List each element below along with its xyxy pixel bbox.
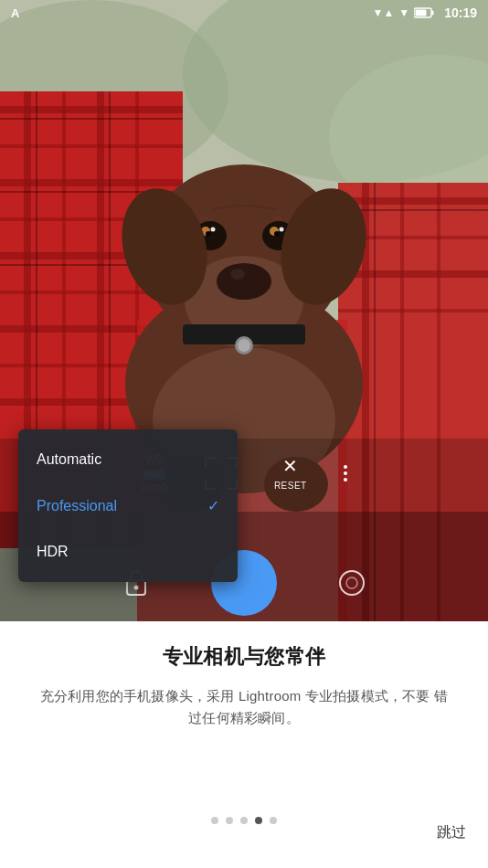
- reset-button[interactable]: ✕ RESET: [274, 455, 307, 491]
- svg-point-64: [340, 571, 364, 595]
- dot-5[interactable]: [270, 817, 277, 824]
- onboarding-section: 专业相机与您常伴 充分利用您的手机摄像头，采用 Lightroom 专业拍摄模式…: [0, 621, 488, 868]
- dot-1[interactable]: [211, 817, 218, 824]
- dropdown-label-hdr: HDR: [37, 544, 69, 560]
- status-time: 10:19: [444, 5, 477, 20]
- dropdown-label-automatic: Automatic: [37, 451, 101, 468]
- mode-dropdown: Automatic Professional ✓ HDR: [18, 429, 238, 582]
- svg-point-44: [230, 269, 245, 280]
- onboarding-description: 充分利用您的手机摄像头，采用 Lightroom 专业拍摄模式，不要 错过任何精…: [37, 685, 451, 729]
- dropdown-item-professional[interactable]: Professional ✓: [18, 482, 238, 529]
- svg-point-65: [346, 577, 357, 588]
- circle-mode-icon[interactable]: [332, 563, 372, 603]
- camera-viewfinder: WB AWB AUTO ✕ RESET: [0, 0, 488, 621]
- check-mark-icon: ✓: [207, 497, 219, 514]
- dot-2[interactable]: [226, 817, 233, 824]
- wifi-icon: ▼: [398, 6, 409, 19]
- skip-button[interactable]: 跳过: [437, 823, 466, 842]
- svg-point-50: [274, 231, 280, 237]
- svg-rect-2: [416, 10, 427, 16]
- onboarding-dots: [0, 817, 488, 824]
- dropdown-item-automatic[interactable]: Automatic: [18, 437, 238, 482]
- status-bar: A ▼▲ ▼ 10:19: [0, 0, 488, 26]
- svg-point-43: [217, 263, 271, 300]
- reset-label: RESET: [274, 481, 307, 491]
- onboarding-title: 专业相机与您常伴: [163, 643, 325, 671]
- dot-3[interactable]: [240, 817, 248, 824]
- svg-point-63: [134, 585, 139, 589]
- more-dots-icon: [344, 465, 347, 482]
- svg-rect-1: [432, 11, 434, 16]
- svg-point-49: [206, 231, 211, 237]
- status-icons: ▼▲ ▼ 10:19: [373, 5, 477, 20]
- svg-point-57: [238, 339, 250, 352]
- signal-icon: ▼▲: [373, 6, 395, 19]
- dropdown-item-hdr[interactable]: HDR: [18, 529, 238, 575]
- battery-icon: [414, 7, 434, 18]
- dropdown-label-professional: Professional: [37, 498, 117, 514]
- svg-point-51: [211, 228, 216, 232]
- close-icon: ✕: [282, 455, 298, 477]
- status-bar-app-icon: A: [11, 6, 19, 20]
- svg-point-52: [280, 228, 284, 232]
- more-button[interactable]: [344, 465, 347, 482]
- dot-4[interactable]: [255, 817, 262, 824]
